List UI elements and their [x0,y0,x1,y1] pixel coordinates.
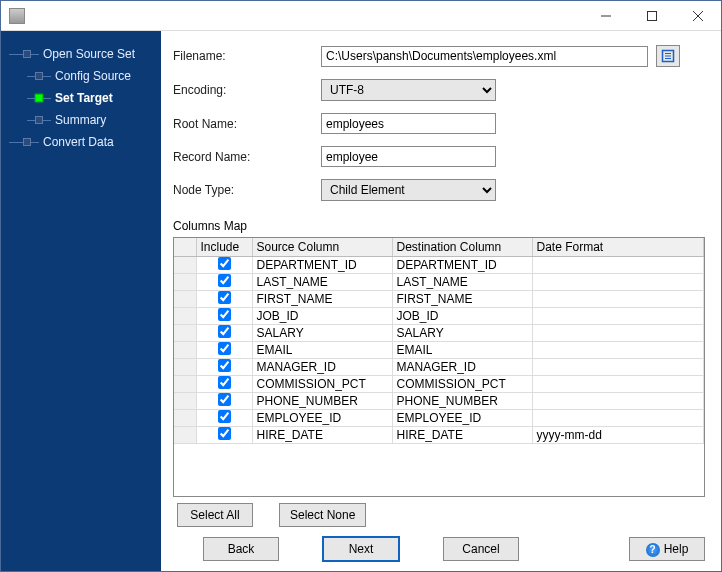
row-handle[interactable] [174,410,196,427]
date-format-cell[interactable] [532,393,704,410]
tree-connector-icon [27,94,51,102]
table-row[interactable]: SALARYSALARY [174,325,704,342]
destination-column-cell[interactable]: FIRST_NAME [392,291,532,308]
source-column-cell[interactable]: EMAIL [252,342,392,359]
cancel-button[interactable]: Cancel [443,537,519,561]
include-checkbox[interactable] [218,274,231,287]
tree-connector-icon [27,72,51,80]
include-checkbox[interactable] [218,325,231,338]
browse-button[interactable] [656,45,680,67]
date-format-cell[interactable] [532,410,704,427]
table-row[interactable]: EMPLOYEE_IDEMPLOYEE_ID [174,410,704,427]
include-checkbox[interactable] [218,410,231,423]
include-checkbox[interactable] [218,393,231,406]
select-all-button[interactable]: Select All [177,503,253,527]
columns-map-grid[interactable]: Include Source Column Destination Column… [173,237,705,497]
nodetype-select[interactable]: Child Element [321,179,496,201]
table-row[interactable]: LAST_NAMELAST_NAME [174,274,704,291]
source-column-cell[interactable]: SALARY [252,325,392,342]
back-button[interactable]: Back [203,537,279,561]
recordname-input[interactable] [321,146,496,167]
include-checkbox[interactable] [218,376,231,389]
source-column-cell[interactable]: HIRE_DATE [252,427,392,444]
source-column-cell[interactable]: EMPLOYEE_ID [252,410,392,427]
help-button-label: Help [664,542,689,556]
row-handle[interactable] [174,274,196,291]
table-row[interactable]: DEPARTMENT_IDDEPARTMENT_ID [174,257,704,274]
destination-column-cell[interactable]: EMAIL [392,342,532,359]
include-checkbox[interactable] [218,342,231,355]
column-header-include[interactable]: Include [196,238,252,257]
destination-column-cell[interactable]: EMPLOYEE_ID [392,410,532,427]
row-handle[interactable] [174,291,196,308]
tree-connector-icon [9,50,39,58]
sidebar-item-summary[interactable]: Summary [7,109,155,131]
date-format-cell[interactable] [532,308,704,325]
row-handle[interactable] [174,393,196,410]
table-row[interactable]: FIRST_NAMEFIRST_NAME [174,291,704,308]
rootname-input[interactable] [321,113,496,134]
filename-label: Filename: [173,49,321,63]
sidebar-item-open-source-set[interactable]: Open Source Set [7,43,155,65]
table-row[interactable]: HIRE_DATEHIRE_DATEyyyy-mm-dd [174,427,704,444]
source-column-cell[interactable]: PHONE_NUMBER [252,393,392,410]
destination-column-cell[interactable]: HIRE_DATE [392,427,532,444]
next-button[interactable]: Next [323,537,399,561]
sidebar-item-convert-data[interactable]: Convert Data [7,131,155,153]
tree-connector-icon [9,138,39,146]
sidebar-item-set-target[interactable]: Set Target [7,87,155,109]
date-format-cell[interactable]: yyyy-mm-dd [532,427,704,444]
date-format-cell[interactable] [532,359,704,376]
row-handle[interactable] [174,427,196,444]
destination-column-cell[interactable]: COMMISSION_PCT [392,376,532,393]
table-row[interactable]: MANAGER_IDMANAGER_ID [174,359,704,376]
row-handle[interactable] [174,359,196,376]
column-header-format[interactable]: Date Format [532,238,704,257]
include-checkbox[interactable] [218,359,231,372]
date-format-cell[interactable] [532,257,704,274]
destination-column-cell[interactable]: LAST_NAME [392,274,532,291]
destination-column-cell[interactable]: MANAGER_ID [392,359,532,376]
row-handle[interactable] [174,257,196,274]
table-row[interactable]: COMMISSION_PCTCOMMISSION_PCT [174,376,704,393]
include-checkbox[interactable] [218,427,231,440]
select-none-button[interactable]: Select None [279,503,366,527]
table-row[interactable]: EMAILEMAIL [174,342,704,359]
column-header-source[interactable]: Source Column [252,238,392,257]
date-format-cell[interactable] [532,325,704,342]
maximize-button[interactable] [629,1,675,31]
row-handle[interactable] [174,342,196,359]
row-handle[interactable] [174,308,196,325]
table-row[interactable]: PHONE_NUMBERPHONE_NUMBER [174,393,704,410]
row-handle[interactable] [174,376,196,393]
destination-column-cell[interactable]: SALARY [392,325,532,342]
date-format-cell[interactable] [532,376,704,393]
date-format-cell[interactable] [532,274,704,291]
date-format-cell[interactable] [532,291,704,308]
help-icon: ? [646,543,660,557]
table-row[interactable]: JOB_IDJOB_ID [174,308,704,325]
include-checkbox[interactable] [218,257,231,270]
source-column-cell[interactable]: MANAGER_ID [252,359,392,376]
row-handle[interactable] [174,325,196,342]
encoding-select[interactable]: UTF-8 [321,79,496,101]
help-button[interactable]: ?Help [629,537,705,561]
sidebar-item-label: Summary [55,113,106,127]
date-format-cell[interactable] [532,342,704,359]
source-column-cell[interactable]: COMMISSION_PCT [252,376,392,393]
source-column-cell[interactable]: LAST_NAME [252,274,392,291]
source-column-cell[interactable]: JOB_ID [252,308,392,325]
filename-input[interactable] [321,46,648,67]
source-column-cell[interactable]: FIRST_NAME [252,291,392,308]
column-header-destination[interactable]: Destination Column [392,238,532,257]
include-checkbox[interactable] [218,291,231,304]
close-button[interactable] [675,1,721,31]
destination-column-cell[interactable]: PHONE_NUMBER [392,393,532,410]
sidebar-item-config-source[interactable]: Config Source [7,65,155,87]
minimize-button[interactable] [583,1,629,31]
destination-column-cell[interactable]: JOB_ID [392,308,532,325]
destination-column-cell[interactable]: DEPARTMENT_ID [392,257,532,274]
include-checkbox[interactable] [218,308,231,321]
source-column-cell[interactable]: DEPARTMENT_ID [252,257,392,274]
column-header-blank[interactable] [174,238,196,257]
